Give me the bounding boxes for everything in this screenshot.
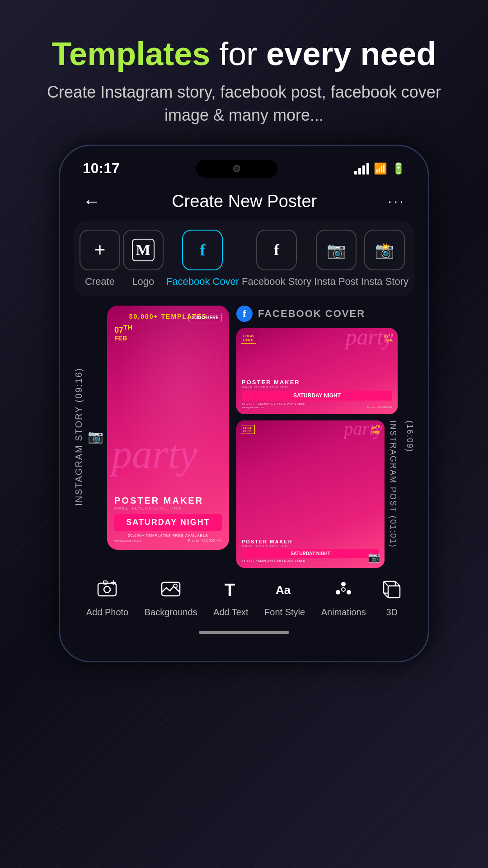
insta-card-poster-maker: POSTER MAKER <box>242 539 379 544</box>
tab-insta-post[interactable]: 📷 Insta Post <box>314 230 358 288</box>
fb-card-available: 50,000+ TEMPLATES FREE AVAILABLE <box>242 402 392 405</box>
instagram-post-aspect-label: INSTRAGRAM POST (01:01) <box>388 420 398 568</box>
instagram-story-card[interactable]: 50,000+ TEMPLATES LOGO HERE 07TH FEB par… <box>107 306 229 550</box>
3d-label: 3D <box>386 607 398 618</box>
backgrounds-label: Backgrounds <box>145 607 197 618</box>
svg-point-1 <box>104 586 110 593</box>
story-event-name: SATURDAY NIGHT <box>114 514 222 531</box>
story-website-row: www.yoursite.com Phone : +12 000 444 <box>114 538 222 542</box>
toolbar-add-photo[interactable]: Add Photo <box>86 580 128 618</box>
insta-card-flyers-sub: MAKE FLYERS LIKE THIS <box>242 544 379 547</box>
fb-card-content: LOGOHERE 07THFEB POSTER MAKER MAKE FLYER… <box>236 328 398 414</box>
facebook-f-icon: f <box>243 308 246 320</box>
facebook-cover-card[interactable]: party LOGOHERE 07THFEB POSTER MAKER MAKE… <box>236 328 398 414</box>
story-month: FEB <box>114 335 132 342</box>
tab-create-icon-wrap: + <box>80 230 120 270</box>
app-bar: ← Create New Poster ··· <box>69 187 419 221</box>
tab-insta-post-label: Insta Post <box>314 276 358 288</box>
header-title: Templates for every need <box>0 36 488 72</box>
neon-script-decoration: party <box>112 431 197 477</box>
bottom-toolbar: Add Photo Backgrounds T <box>69 572 419 627</box>
fb-card-flyers-sub: MAKE FLYERS LIKE THIS <box>242 386 392 389</box>
tab-facebook-story[interactable]: f Facebook Story <box>242 230 311 288</box>
story-poster-maker-title: POSTER MAKER <box>114 495 222 506</box>
insta-card-available: 50,000+ TEMPLATES FREE AVAILABLE <box>242 560 379 562</box>
svg-line-17 <box>384 593 388 598</box>
font-style-label: Font Style <box>264 607 305 618</box>
tab-logo[interactable]: M Logo <box>123 230 164 288</box>
left-column: INSTAGRAM STORY (09:16) 📷 50,000+ TEMPLA… <box>74 306 229 568</box>
toolbar-backgrounds[interactable]: Backgrounds <box>145 580 197 618</box>
insta-card-event-name: SATURDAY NIGHT <box>242 549 379 558</box>
tab-logo-icon-wrap: M <box>123 230 164 270</box>
tab-insta-story-icon-wrap: 📸 <box>364 230 405 270</box>
instagram-post-card[interactable]: party LOGOHERE 07THFEB POSTER MAKER MAKE… <box>236 420 385 568</box>
svg-text:T: T <box>225 580 235 599</box>
svg-point-6 <box>174 584 177 588</box>
fb-card-phone: Phone : +12 000 444 <box>367 406 392 409</box>
tab-create-label: Create <box>85 276 115 288</box>
add-text-icon: T <box>221 580 241 604</box>
facebook-icon-circle: f <box>236 306 253 322</box>
tab-logo-label: Logo <box>132 276 154 288</box>
svg-rect-0 <box>98 583 116 596</box>
insta-card-date: 07THFEB <box>372 425 380 434</box>
facebook-cover-text: FACEBOOK COVER <box>258 308 365 320</box>
header-title-templates: Templates <box>52 36 210 72</box>
story-phone: Phone : +12 000 444 <box>188 538 222 542</box>
fb-card-event-name: SATURDAY NIGHT <box>242 391 392 401</box>
toolbar-3d[interactable]: 3D <box>382 580 402 618</box>
tab-facebook-story-label: Facebook Story <box>242 276 311 288</box>
toolbar-font-style[interactable]: Aa Font Style <box>264 580 305 618</box>
header-title-every-need: every need <box>266 36 436 72</box>
animations-label: Animations <box>321 607 366 618</box>
instagram-story-label-wrap: INSTAGRAM STORY (09:16) 📷 <box>74 306 103 568</box>
fb-card-website-row: www.yoursite.com Phone : +12 000 444 <box>242 406 392 409</box>
fb-card-website: www.yoursite.com <box>242 406 263 409</box>
tab-facebook-story-icon-wrap: f <box>256 230 297 270</box>
status-bar: 10:17 📶 🔋 <box>69 160 419 187</box>
svg-point-11 <box>347 590 351 594</box>
status-notch <box>196 160 277 178</box>
right-aspect-label-wrap: (16:09) <box>405 306 414 568</box>
svg-line-15 <box>384 581 388 586</box>
svg-text:Aa: Aa <box>276 583 291 597</box>
backgrounds-icon <box>161 580 181 604</box>
animations-icon <box>333 580 353 604</box>
story-logo-badge: LOGO HERE <box>188 313 222 322</box>
content-area: INSTAGRAM STORY (09:16) 📷 50,000+ TEMPLA… <box>69 306 419 568</box>
tab-facebook-cover-icon-wrap: f <box>182 230 223 270</box>
add-photo-label: Add Photo <box>86 607 128 618</box>
svg-point-9 <box>341 582 346 586</box>
insta-post-icon: 📷 <box>327 241 346 259</box>
tab-facebook-cover[interactable]: f Facebook Cover <box>166 230 239 288</box>
logo-icon: M <box>132 239 155 261</box>
tab-insta-story[interactable]: 📸 Insta Story <box>361 230 408 288</box>
facebook-cover-icon: f <box>200 241 205 259</box>
home-indicator <box>199 631 289 634</box>
svg-point-12 <box>342 588 345 591</box>
status-time: 10:17 <box>83 160 120 177</box>
plus-icon: + <box>94 239 106 261</box>
more-options-button[interactable]: ··· <box>388 193 405 210</box>
aspect-ratio-right-label: (16:09) <box>405 420 414 453</box>
tab-create[interactable]: + Create <box>80 230 120 288</box>
page-title: Create New Poster <box>172 192 317 211</box>
add-text-label: Add Text <box>213 607 248 618</box>
status-icons: 📶 🔋 <box>354 162 405 175</box>
toolbar-animations[interactable]: Animations <box>321 580 366 618</box>
battery-icon: 🔋 <box>392 162 405 175</box>
toolbar-add-text[interactable]: T Add Text <box>213 580 248 618</box>
header-section: Templates for every need Create Instagra… <box>0 0 488 145</box>
font-style-icon: Aa <box>275 580 295 604</box>
instagram-story-platform-icon: 📷 <box>88 429 103 444</box>
story-date: 07TH FEB <box>114 324 132 342</box>
back-button[interactable]: ← <box>83 191 101 212</box>
3d-icon <box>382 580 402 604</box>
tab-insta-post-icon-wrap: 📷 <box>316 230 357 270</box>
insta-card-content: LOGOHERE 07THFEB POSTER MAKER MAKE FLYER… <box>236 420 385 568</box>
facebook-story-icon: f <box>274 241 279 259</box>
story-available-text: 50,000+ TEMPLATES FREE AVAILABLE <box>114 533 222 538</box>
story-card-inner: 50,000+ TEMPLATES LOGO HERE 07TH FEB par… <box>107 306 229 550</box>
logo-here-text: LOGO HERE <box>192 315 219 320</box>
